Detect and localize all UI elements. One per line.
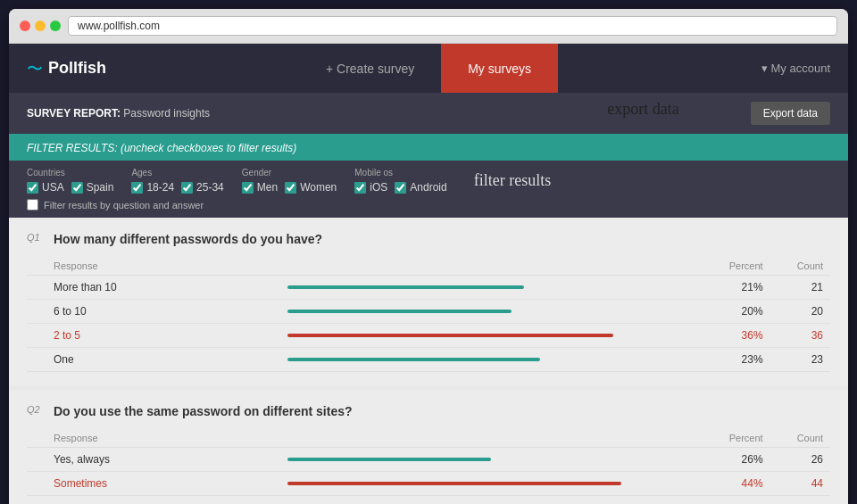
chevron-down-icon: ▾ — [761, 62, 768, 75]
spain-checkbox[interactable] — [71, 182, 83, 194]
content-area: Q1 How many different passwords do you h… — [9, 218, 848, 504]
question-block-1: Q1 How many different passwords do you h… — [9, 218, 848, 386]
bar-col-header-2 — [261, 429, 703, 448]
usa-checkbox-item[interactable]: USA — [27, 181, 64, 194]
percent-col-header-2: Percent — [703, 429, 770, 448]
export-data-annotation: export data — [607, 100, 678, 119]
android-checkbox-item[interactable]: Android — [395, 181, 446, 194]
question-block-2: Q2 Do you use the same password on diffe… — [9, 390, 848, 504]
mobileos-label: Mobile os — [354, 168, 446, 178]
table-row: Sometimes 44% 44 — [27, 472, 830, 496]
gender-filter-group: Gender Men Women — [242, 168, 337, 194]
countries-label: Countries — [27, 168, 113, 178]
gender-label: Gender — [242, 168, 337, 178]
response-table-1: Response Percent Count More than 10 21% … — [27, 257, 830, 372]
countries-items: USA Spain — [27, 181, 113, 194]
filter-annotation-area: filter results — [474, 171, 551, 190]
browser-chrome: www.pollfish.com — [9, 9, 848, 44]
ages-items: 18-24 25-34 — [131, 181, 223, 194]
maximize-button[interactable] — [50, 21, 61, 31]
nav-right: ▾ My account — [705, 62, 848, 75]
age1824-checkbox-item[interactable]: 18-24 — [131, 181, 174, 194]
ages-label: Ages — [131, 168, 223, 178]
close-button[interactable] — [20, 21, 30, 31]
question-1-header: Q1 How many different passwords do you h… — [27, 232, 830, 246]
traffic-lights — [20, 21, 61, 31]
count-col-header: Count — [770, 257, 830, 276]
count-col-header-2: Count — [770, 429, 830, 448]
answer-filter-checkbox[interactable] — [27, 199, 38, 211]
mobileos-items: iOS Android — [354, 181, 446, 194]
spain-checkbox-item[interactable]: Spain — [71, 181, 114, 194]
nav-bar: 〜 Pollfish + Create survey My surveys ▾ … — [9, 44, 848, 93]
percent-col-header: Percent — [703, 257, 770, 276]
logo-icon: 〜 — [27, 58, 43, 79]
men-checkbox[interactable] — [242, 182, 254, 194]
age2534-checkbox-item[interactable]: 25-34 — [181, 181, 224, 194]
women-checkbox-item[interactable]: Women — [285, 181, 337, 194]
logo-text: Pollfish — [48, 59, 106, 78]
table-row: One 23% 23 — [27, 348, 830, 372]
countries-filter-group: Countries USA Spain — [27, 168, 113, 194]
filter-results-label: FILTER RESULTS: (uncheck checkboxes to f… — [27, 142, 296, 154]
my-surveys-nav[interactable]: My surveys — [441, 44, 558, 93]
table-row: Yes, always 26% 26 — [27, 448, 830, 472]
url-bar[interactable]: www.pollfish.com — [68, 16, 837, 36]
age2534-checkbox[interactable] — [181, 182, 193, 194]
export-data-button[interactable]: Export data — [751, 102, 830, 125]
ios-checkbox-item[interactable]: iOS — [354, 181, 387, 194]
question-1-number: Q1 — [27, 232, 45, 243]
browser-window: www.pollfish.com 〜 Pollfish + Create sur… — [9, 9, 848, 504]
logo-area: 〜 Pollfish — [9, 58, 152, 79]
table-row: 2 to 5 36% 36 — [27, 324, 830, 348]
usa-checkbox[interactable] — [27, 182, 38, 194]
table-row: More than 10 21% 21 — [27, 276, 830, 300]
ios-checkbox[interactable] — [354, 182, 366, 194]
minimize-button[interactable] — [35, 21, 46, 31]
question-2-number: Q2 — [27, 404, 45, 415]
filter-results-annotation: filter results — [474, 171, 551, 190]
age1824-checkbox[interactable] — [131, 182, 143, 194]
question-2-header: Q2 Do you use the same password on diffe… — [27, 404, 830, 418]
women-checkbox[interactable] — [285, 182, 296, 194]
gender-items: Men Women — [242, 181, 337, 194]
filter-bar: FILTER RESULTS: (uncheck checkboxes to f… — [9, 134, 848, 161]
filter-options: Countries USA Spain Ages — [9, 161, 848, 218]
response-col-header: Response — [27, 257, 261, 276]
survey-header: SURVEY REPORT: Password insights export … — [9, 93, 848, 134]
men-checkbox-item[interactable]: Men — [242, 181, 278, 194]
answer-filter-label: Filter results by question and answer — [44, 200, 204, 211]
nav-items: + Create survey My surveys — [152, 44, 705, 93]
table-row: 6 to 10 20% 20 — [27, 300, 830, 324]
create-survey-nav[interactable]: + Create survey — [299, 44, 441, 93]
account-button[interactable]: ▾ My account — [761, 62, 830, 75]
question-1-text: How many different passwords do you have… — [54, 232, 322, 246]
filter-row: Countries USA Spain Ages — [27, 168, 830, 194]
mobileos-filter-group: Mobile os iOS Android — [354, 168, 446, 194]
response-col-header-2: Response — [27, 429, 261, 448]
android-checkbox[interactable] — [395, 182, 406, 194]
bar-col-header — [261, 257, 703, 276]
ages-filter-group: Ages 18-24 25-34 — [131, 168, 223, 194]
response-table-2: Response Percent Count Yes, always 26% 2… — [27, 429, 830, 496]
filter-answer-row: Filter results by question and answer — [27, 199, 830, 211]
question-2-text: Do you use the same password on differen… — [54, 404, 353, 418]
survey-title: SURVEY REPORT: Password insights — [27, 107, 210, 120]
